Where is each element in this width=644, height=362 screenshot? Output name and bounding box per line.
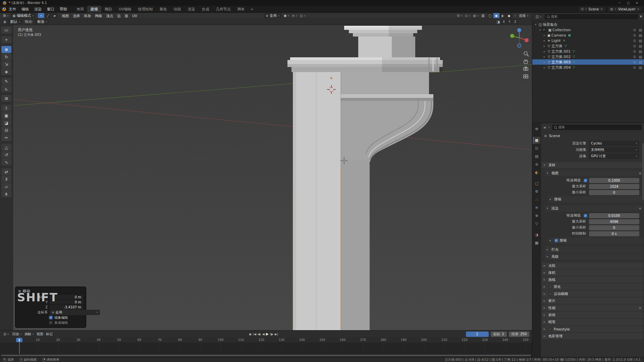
topbar-menu-帮助[interactable]: 帮助 (57, 7, 70, 11)
pivot-dropdown[interactable]: ◉ ∨ (282, 14, 291, 17)
edge-slide-tool[interactable]: ⇄ (1, 168, 11, 175)
poly-build-tool[interactable]: △ (1, 144, 11, 151)
mirror-y-toggle[interactable]: Y (507, 19, 512, 24)
options-dropdown[interactable]: 选项 ∨ (518, 13, 530, 18)
panel-高级[interactable]: ▸高级 (545, 253, 643, 260)
mirror-x-toggle[interactable]: X (501, 19, 506, 24)
viewport-menu-视图[interactable]: 视图 (60, 13, 71, 19)
panel-色彩管理[interactable]: ▸色彩管理 (542, 333, 643, 339)
disable-render-toggle-icon[interactable]: ▤ (639, 66, 642, 69)
timeline-track[interactable] (0, 343, 532, 354)
outliner-row-场景集合[interactable]: ▾◫场景集合 (532, 22, 644, 27)
viewport-menu-选择[interactable]: 选择 (71, 13, 82, 19)
disable-render-toggle-icon[interactable]: ▤ (639, 55, 642, 59)
xray-toggle[interactable]: ▥ (480, 14, 486, 17)
hide-viewport-toggle-icon[interactable]: ⊙ (633, 28, 636, 32)
disable-render-toggle-icon[interactable]: ▤ (639, 34, 642, 37)
preset-menu-icon[interactable]: ≡ (639, 172, 641, 175)
panel-光程[interactable]: ▸光程 (542, 262, 643, 269)
timeline-menu-视图[interactable]: 视图 (35, 332, 45, 337)
timeline-menu-标记[interactable]: 标记 (45, 332, 54, 337)
checkbox-噪波阈值[interactable]: ✓ (584, 214, 587, 218)
render-engine-dropdown[interactable]: Cycles∨ (589, 141, 639, 146)
hide-viewport-toggle-icon[interactable]: ⊙ (633, 50, 636, 53)
outliner-row-立方体.003[interactable]: ▸▽立方体.003▽⊙▤ (532, 59, 644, 65)
jump-to-start-button[interactable]: |◀ (253, 333, 256, 336)
loop-cut-tool[interactable]: ⊟ (1, 127, 11, 134)
panel-简化[interactable]: ▸简化 (542, 284, 643, 290)
panel-视图[interactable]: ▾视图≡ (545, 170, 643, 176)
particles-tab[interactable]: ∴ (533, 196, 540, 203)
outliner-row-立方体.004[interactable]: ▸▽立方体.004▽⊙▤ (532, 65, 644, 70)
toggle-ortho-icon[interactable] (524, 75, 528, 78)
play-reverse-button[interactable]: ◀ (262, 333, 265, 336)
expander-icon[interactable]: ▸ (542, 45, 546, 48)
extrude-tool[interactable]: ⇧ (1, 105, 11, 112)
hide-viewport-toggle-icon[interactable]: ⊙ (633, 34, 636, 37)
checkbox-镜像编辑[interactable]: ✓ (49, 316, 53, 319)
workspace-tab-建模[interactable]: 建模 (87, 6, 101, 12)
disable-render-toggle-icon[interactable]: ▤ (639, 60, 642, 64)
workspace-tab-几何节点[interactable]: 几何节点 (213, 6, 234, 12)
knife-tool[interactable]: ✂ (1, 134, 11, 141)
rotate-tool[interactable]: ↻ (1, 53, 11, 60)
feature-set-dropdown[interactable]: 支持特性∨ (589, 147, 639, 153)
device-dropdown[interactable]: GPU 计算∨ (589, 154, 639, 159)
operator-orientation-dropdown[interactable]: ⊕ 全局 ∨ (50, 310, 100, 315)
shading-material[interactable]: ◐ (500, 13, 506, 18)
value-field-时间限制[interactable]: 0 s (589, 231, 639, 236)
properties-search-input[interactable]: 搜索 (552, 125, 642, 130)
timeline-menu-插帧[interactable]: 插帧∨ (23, 332, 35, 337)
playhead-frame-badge[interactable]: 1 (16, 338, 22, 342)
viewport-menu-UV[interactable]: UV (130, 13, 139, 19)
properties-scrollbar[interactable] (642, 143, 644, 200)
topbar-menu-窗口[interactable]: 窗口 (44, 7, 57, 11)
bevel-tool[interactable]: ◪ (1, 119, 11, 126)
panel-采样[interactable]: ▾采样 (542, 162, 643, 168)
disable-render-toggle-icon[interactable]: ▤ (639, 44, 642, 48)
material-tab[interactable]: ◑ (533, 231, 540, 238)
column-mesh[interactable] (287, 26, 443, 330)
view-layer-tab[interactable]: ▤ (533, 153, 540, 160)
outliner-row-Collection[interactable]: ▾✓▦Collection⊙▤ (532, 27, 644, 33)
navigation-gizmo[interactable] (510, 28, 529, 48)
panel-运动模糊[interactable]: ▸运动模糊 (542, 291, 643, 297)
shading-solid[interactable]: ◉ (493, 13, 499, 18)
scene-unlink-icon[interactable]: ✕ (600, 8, 603, 11)
workspace-tab-UV编辑[interactable]: UV编辑 (115, 6, 135, 12)
workspace-tab-雕刻[interactable]: 雕刻 (101, 6, 115, 12)
autokey-toggle[interactable]: ◉ (249, 333, 252, 336)
rip-region-tool[interactable]: ⋔ (1, 190, 11, 197)
gizmos-dropdown[interactable]: ◇∨ (464, 14, 472, 17)
workspace-tab-渲染[interactable]: 渲染 (184, 6, 199, 12)
value-field-最大采样[interactable]: 1024 (589, 184, 639, 189)
panel-体积[interactable]: ▸体积 (542, 269, 643, 276)
disable-render-toggle-icon[interactable]: ▤ (639, 50, 642, 53)
maximize-button[interactable]: ▢ (624, 1, 633, 5)
drag-mode-dropdown[interactable]: 框选 ∨ (35, 19, 49, 24)
value-field-噪波阈值[interactable]: 0.1000 (589, 178, 639, 183)
panel-降噪[interactable]: ▸✓降噪 (548, 237, 643, 244)
expander-icon[interactable]: ▸ (542, 39, 546, 42)
mirror-z-toggle[interactable]: Z (513, 19, 518, 24)
expander-icon[interactable]: ▸ (542, 55, 546, 58)
close-button[interactable]: ✕ (633, 1, 641, 5)
checkbox-衰减编辑[interactable] (49, 321, 53, 324)
zoom-icon[interactable] (524, 52, 529, 56)
transform-tool[interactable]: ◈ (1, 68, 11, 75)
workspace-tab-着色[interactable]: 着色 (156, 6, 170, 12)
panel-灯光[interactable]: ▸灯光 (545, 246, 643, 253)
workspace-tab-纹理绘制[interactable]: 纹理绘制 (135, 6, 156, 12)
outliner-search-input[interactable]: 搜索 (545, 14, 638, 19)
viewport-menu-边[interactable]: 边 (115, 13, 123, 19)
properties-editor-icon[interactable]: ≡ (543, 126, 546, 129)
timeline-ruler[interactable]: 1020304050607080901001101201301401501601… (0, 338, 532, 343)
gizmo-y-axis[interactable] (510, 34, 514, 38)
value-field-最大采样[interactable]: 4096 (589, 219, 639, 224)
shear-tool[interactable]: ▱ (1, 183, 11, 190)
panel-checkbox-简化[interactable] (548, 285, 552, 289)
snap-dropdown[interactable]: ∩ ∨ (291, 14, 299, 17)
blender-menu-icon[interactable] (2, 7, 6, 11)
hide-viewport-toggle-icon[interactable]: ⊙ (633, 39, 636, 43)
panel-蜡笔[interactable]: ▸蜡笔 (542, 319, 643, 325)
